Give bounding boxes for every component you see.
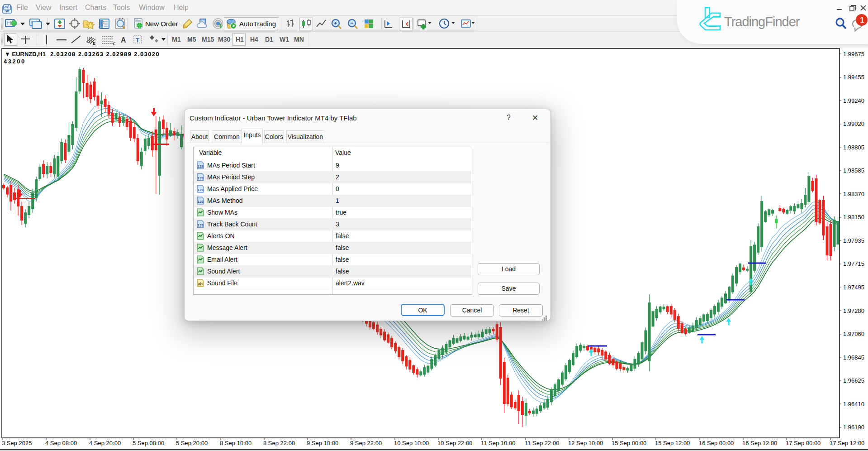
svg-text:1.96410: 1.96410	[843, 401, 864, 408]
svg-text:10 Sep 10:00: 10 Sep 10:00	[394, 440, 429, 446]
svg-text:1.98805: 1.98805	[843, 144, 864, 151]
svg-text:1.97280: 1.97280	[843, 307, 864, 314]
svg-text:4 Sep 08:00: 4 Sep 08:00	[45, 440, 77, 446]
svg-text:11 Sep 10:00: 11 Sep 10:00	[481, 440, 515, 446]
svg-text:1: 1	[860, 16, 864, 24]
svg-text:1.99455: 1.99455	[843, 74, 864, 81]
svg-text:TradingFinder: TradingFinder	[724, 14, 800, 29]
svg-text:1.97935: 1.97935	[843, 237, 864, 244]
svg-text:10 Sep 22:00: 10 Sep 22:00	[437, 440, 472, 446]
svg-text:1.98585: 1.98585	[843, 167, 864, 174]
svg-text:5 Sep 08:00: 5 Sep 08:00	[133, 440, 164, 446]
svg-text:1.98370: 1.98370	[843, 191, 864, 197]
svg-text:17 Sep 00:00: 17 Sep 00:00	[786, 440, 821, 446]
svg-text:1.98150: 1.98150	[843, 214, 864, 221]
svg-text:123: 123	[198, 176, 204, 180]
svg-text:8 Sep 10:00: 8 Sep 10:00	[220, 440, 251, 446]
svg-text:9 Sep 22:00: 9 Sep 22:00	[350, 440, 382, 446]
svg-text:123: 123	[198, 223, 204, 227]
svg-text:15 Sep 12:00: 15 Sep 12:00	[655, 440, 690, 446]
svg-text:1.97060: 1.97060	[843, 331, 864, 337]
svg-text:5 Sep 20:00: 5 Sep 20:00	[176, 440, 208, 446]
svg-text:1.99020: 1.99020	[843, 120, 864, 127]
svg-text:1.96625: 1.96625	[843, 377, 864, 384]
svg-text:123: 123	[198, 188, 204, 192]
svg-text:1.97715: 1.97715	[843, 260, 864, 267]
svg-text:123: 123	[198, 164, 204, 168]
svg-text:8 Sep 22:00: 8 Sep 22:00	[263, 440, 295, 446]
svg-text:3 Sep 2025: 3 Sep 2025	[2, 440, 32, 446]
svg-text:17 Sep 12:00: 17 Sep 12:00	[830, 440, 864, 446]
svg-text:16 Sep 00:00: 16 Sep 00:00	[699, 440, 734, 446]
svg-text:ab: ab	[198, 282, 203, 286]
svg-text:4 Sep 20:00: 4 Sep 20:00	[89, 440, 121, 446]
svg-text:1.97495: 1.97495	[843, 284, 864, 291]
svg-text:15 Sep 00:00: 15 Sep 00:00	[612, 440, 646, 446]
svg-text:123: 123	[198, 200, 204, 204]
svg-text:9 Sep 10:00: 9 Sep 10:00	[307, 440, 338, 446]
svg-text:12 Sep 10:00: 12 Sep 10:00	[568, 440, 603, 446]
svg-text:43200: 43200	[4, 58, 26, 65]
svg-text:1.96190: 1.96190	[843, 424, 864, 431]
svg-text:11 Sep 22:00: 11 Sep 22:00	[525, 440, 559, 446]
svg-text:▼ EURNZD,H1 2.03208 2.03263 2: ▼ EURNZD,H1 2.03208 2.03263 2.02989 2.03…	[5, 51, 160, 58]
svg-text:1.99675: 1.99675	[843, 51, 864, 58]
svg-text:1.99240: 1.99240	[843, 97, 864, 104]
svg-text:16 Sep 12:00: 16 Sep 12:00	[742, 440, 777, 446]
svg-text:1.96845: 1.96845	[843, 354, 864, 361]
